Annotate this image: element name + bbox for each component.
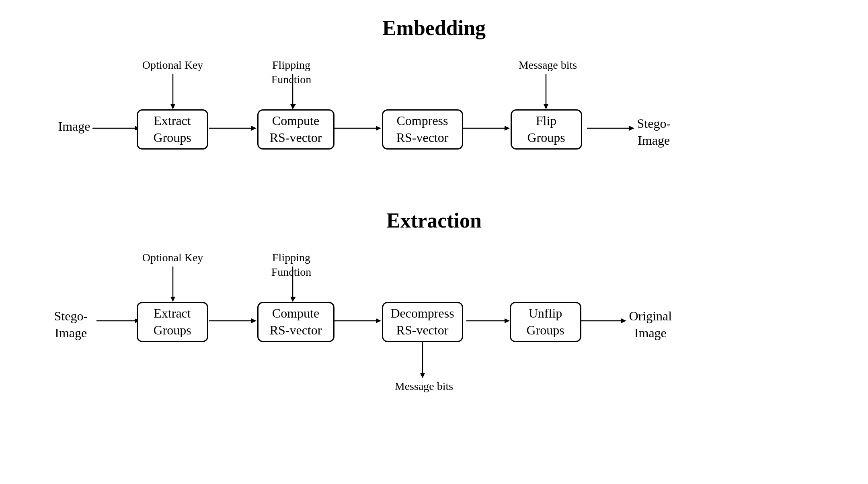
svg-marker-23: [505, 318, 510, 323]
svg-marker-5: [376, 126, 381, 131]
extraction-title: Extraction: [386, 209, 482, 232]
embedding-message-bits-label: Message bits: [514, 58, 582, 72]
svg-marker-13: [290, 104, 296, 109]
embedding-section: Embedding: [0, 16, 868, 185]
embedding-box4: FlipGroups: [511, 109, 582, 150]
svg-marker-27: [170, 297, 175, 302]
svg-marker-19: [251, 318, 257, 323]
extraction-box2: ComputeRS-vector: [257, 302, 334, 342]
extraction-section: Extraction: [0, 209, 868, 393]
svg-marker-21: [376, 318, 381, 323]
extraction-flow: Stego-Image OriginalImage Optional Key F…: [52, 248, 816, 393]
embedding-title: Embedding: [382, 16, 486, 40]
embedding-box3: CompressRS-vector: [382, 109, 463, 150]
embedding-output-label: Stego-Image: [637, 115, 671, 149]
embedding-optional-key-label: Optional Key: [139, 58, 207, 72]
embedding-flow: Image Stego-Image Optional Key FlippingF…: [52, 56, 816, 185]
embedding-box2: ComputeRS-vector: [257, 109, 334, 150]
svg-marker-15: [544, 104, 548, 109]
extraction-box1: ExtractGroups: [137, 302, 208, 342]
extraction-output-label: OriginalImage: [629, 308, 672, 341]
svg-marker-31: [420, 373, 425, 378]
embedding-flipping-function-label: FlippingFunction: [257, 58, 326, 87]
extraction-message-bits-label: Message bits: [388, 379, 460, 394]
svg-marker-9: [629, 126, 634, 131]
diagram-container: Embedding: [0, 0, 868, 484]
embedding-box1: ExtractGroups: [137, 109, 208, 150]
extraction-box4: UnflipGroups: [510, 302, 581, 342]
svg-marker-25: [621, 318, 626, 323]
extraction-box3: DecompressRS-vector: [382, 302, 463, 342]
extraction-flipping-function-label: FlippingFunction: [257, 250, 326, 280]
extraction-input-label: Stego-Image: [54, 308, 88, 341]
embedding-input-label: Image: [58, 118, 90, 135]
svg-marker-7: [505, 126, 510, 131]
svg-marker-3: [251, 126, 257, 131]
svg-marker-11: [170, 104, 175, 109]
extraction-optional-key-label: Optional Key: [139, 250, 207, 265]
svg-marker-29: [290, 297, 296, 302]
